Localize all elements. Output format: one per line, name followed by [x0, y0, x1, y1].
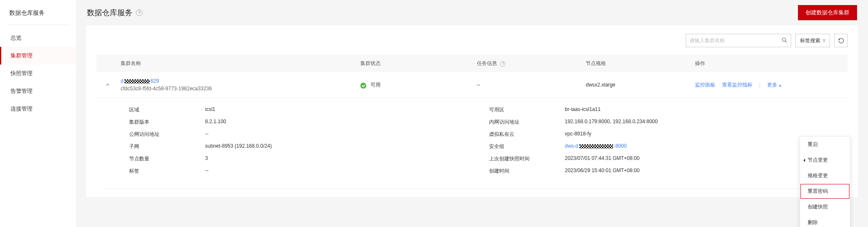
- detail-sg-link[interactable]: dws-d-8000: [565, 143, 627, 150]
- sidebar: 数据仓库服务 总览 集群管理 快照管理 告警管理 连接管理: [0, 0, 76, 227]
- detail-vpc-link[interactable]: vpc-8918-fy: [565, 131, 592, 138]
- search-icon[interactable]: [781, 37, 787, 44]
- menu-reset-password[interactable]: 重置密码: [800, 184, 850, 199]
- detail-az-label: 可用区: [489, 106, 565, 114]
- sidebar-item-cluster-mgmt[interactable]: 集群管理: [0, 47, 76, 65]
- detail-region-value: icsl1: [205, 106, 215, 114]
- detail-public-value: --: [205, 131, 208, 138]
- sidebar-item-snapshot-mgmt[interactable]: 快照管理: [0, 65, 76, 82]
- menu-delete[interactable]: 删除: [800, 215, 850, 227]
- svg-point-0: [782, 38, 786, 41]
- col-header-status: 集群状态: [360, 60, 477, 67]
- create-cluster-button[interactable]: 创建数据仓库集群: [798, 5, 857, 20]
- detail-subnet-link[interactable]: subnet-8953 (192.168.0.0/24): [205, 143, 272, 150]
- table-header: 集群名称 集群状态 任务信息 ? 节点规格 操作: [96, 55, 848, 72]
- table-row: d629 cfdc53c8-f5fd-4c58-9773-1982eca3323…: [96, 72, 848, 98]
- action-metrics[interactable]: 查看监控指标: [722, 81, 752, 89]
- menu-spec-change[interactable]: 规格变更: [800, 168, 850, 184]
- page-header: 数据仓库服务 ? 创建数据仓库集群: [76, 0, 868, 25]
- task-help-icon[interactable]: ?: [500, 61, 506, 67]
- refresh-button[interactable]: [834, 34, 848, 47]
- status-ok-icon: [360, 83, 366, 89]
- redaction-icon: [124, 79, 150, 84]
- tag-search-button[interactable]: 标签搜索 ▽: [795, 34, 830, 47]
- detail-tags-value: --: [205, 168, 208, 175]
- detail-subnet-label: 子网: [129, 143, 205, 150]
- menu-node-change[interactable]: 节点变更: [800, 152, 850, 168]
- svg-rect-5: [579, 144, 613, 149]
- sidebar-title: 数据仓库服务: [0, 3, 76, 24]
- expand-toggle[interactable]: [104, 81, 111, 89]
- cluster-spec: dwsx2.xlarge: [586, 82, 695, 88]
- detail-nodes-value: 3: [205, 155, 208, 162]
- detail-created-value: 2023/06/29 15:40:01 GMT+08:00: [565, 168, 640, 175]
- cluster-name-link[interactable]: d629: [121, 78, 159, 84]
- sidebar-item-overview[interactable]: 总览: [0, 29, 76, 47]
- menu-create-snapshot[interactable]: 创建快照: [800, 199, 850, 215]
- sidebar-divider: [8, 24, 68, 25]
- cluster-id: cfdc53c8-f5fd-4c58-9773-1982eca33236: [121, 86, 360, 92]
- redaction-icon: [579, 144, 613, 149]
- tag-search-label: 标签搜索: [800, 37, 820, 44]
- menu-restart[interactable]: 重启: [800, 137, 850, 152]
- detail-az-value: br-iaas-icsl1a11: [565, 106, 601, 114]
- action-separator: |: [759, 82, 760, 88]
- search-input[interactable]: [690, 38, 781, 43]
- detail-version-value: 8.2.1.100: [205, 119, 226, 126]
- chevron-down-icon: ▽: [823, 39, 825, 43]
- detail-vpc-label: 虚拟私有云: [489, 131, 565, 138]
- detail-sg-label: 安全组: [489, 143, 565, 150]
- cluster-status: 可用: [360, 81, 477, 89]
- action-more[interactable]: 更多▲: [767, 81, 782, 89]
- content-card: 标签搜索 ▽ 集群名称 集群状态 任务信息 ? 节点规格 操作: [86, 25, 858, 197]
- detail-tags-label: 标签: [129, 168, 205, 175]
- more-dropdown-menu: 重启 节点变更 规格变更 重置密码 创建快照 删除 管理CN节点: [800, 136, 850, 227]
- cluster-task: --: [477, 82, 586, 88]
- main-area: 数据仓库服务 ? 创建数据仓库集群 标签搜索 ▽: [76, 0, 868, 227]
- detail-nodes-label: 节点数量: [129, 155, 205, 162]
- toolbar: 标签搜索 ▽: [96, 34, 848, 47]
- svg-rect-2: [124, 79, 150, 84]
- svg-line-1: [785, 41, 787, 42]
- detail-version-label: 集群版本: [129, 119, 205, 126]
- sidebar-item-connection-mgmt[interactable]: 连接管理: [0, 100, 76, 118]
- page-title: 数据仓库服务: [87, 8, 132, 18]
- search-box[interactable]: [686, 34, 791, 47]
- col-header-name: 集群名称: [121, 60, 360, 67]
- col-header-ops: 操作: [695, 60, 840, 67]
- help-icon[interactable]: ?: [136, 9, 143, 16]
- detail-region-label: 区域: [129, 106, 205, 114]
- detail-panel: 区域 icsl1 集群版本 8.2.1.100 公网访问地址 -- 子网 sub…: [104, 98, 840, 189]
- detail-last-snapshot-value: 2023/07/01 07:44:31 GMT+08:00: [565, 155, 640, 162]
- detail-created-label: 创建时间: [489, 168, 565, 175]
- action-monitor[interactable]: 监控面板: [695, 81, 715, 89]
- detail-intranet-label: 内网访问地址: [489, 119, 565, 126]
- detail-last-snapshot-label: 上次创建快照时间: [489, 155, 565, 162]
- col-header-task: 任务信息 ?: [477, 60, 586, 67]
- col-header-spec: 节点规格: [586, 60, 695, 67]
- caret-up-icon: ▲: [779, 84, 782, 87]
- sidebar-item-alarm-mgmt[interactable]: 告警管理: [0, 82, 76, 100]
- detail-public-label: 公网访问地址: [129, 131, 205, 138]
- detail-intranet-value: 192.168.0.179:8000, 192.168.0.234:8000: [565, 119, 658, 126]
